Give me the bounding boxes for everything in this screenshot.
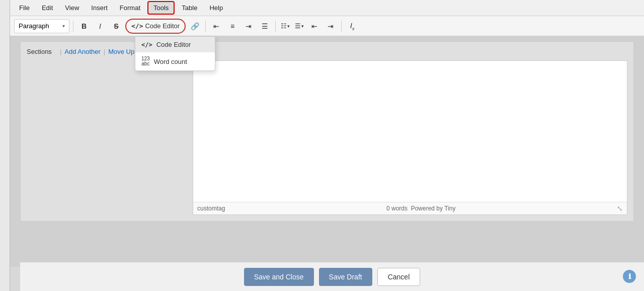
menu-table[interactable]: Table <box>177 2 202 14</box>
move-up-link[interactable]: Move Up <box>108 48 134 55</box>
editor-footer: customtag 0 words Powered by Tiny ⤡ <box>193 202 627 214</box>
toolbar-separator-4 <box>341 21 342 32</box>
unordered-list-button[interactable]: ☰ ▾ <box>293 19 305 33</box>
section-row: Section × customtag 0 words Powered by T… <box>27 60 627 215</box>
link-icon: 🔗 <box>191 22 199 30</box>
separator-2: | <box>104 48 105 55</box>
separator-1: | <box>60 48 61 55</box>
sections-label: Sections <box>27 48 57 55</box>
indent-button[interactable]: ⇥ <box>324 19 338 33</box>
code-editor-button[interactable]: </> Code Editor <box>125 19 186 34</box>
info-icon[interactable]: ℹ <box>623 270 636 283</box>
outdent-icon: ⇤ <box>311 22 317 30</box>
save-draft-button[interactable]: Save Draft <box>319 268 372 286</box>
indent-icon: ⇥ <box>328 22 334 30</box>
ordered-list-icon: ☷ <box>281 22 287 30</box>
toolbar: Paragraph ▾ B I S </> Code Editor 🔗 ⇤ ≡ <box>10 16 644 36</box>
align-left-icon: ⇤ <box>213 22 219 30</box>
word-count-menu-icon: 123 abc <box>141 56 150 66</box>
align-center-button[interactable]: ≡ <box>225 19 239 33</box>
add-another-link[interactable]: Add Another <box>64 48 101 55</box>
menu-tools[interactable]: Tools <box>147 1 175 15</box>
ordered-list-button[interactable]: ☷ ▾ <box>279 19 291 33</box>
toolbar-separator-1 <box>73 21 73 32</box>
save-close-button[interactable]: Save and Close <box>244 268 314 286</box>
word-count: 0 words <box>386 205 408 212</box>
menu-format[interactable]: Format <box>115 2 145 14</box>
menu-edit[interactable]: Edit <box>37 2 58 14</box>
content-area: Sections | Add Another | Move Up | Move … <box>10 36 644 267</box>
editor-stats: 0 words Powered by Tiny <box>386 205 455 212</box>
tools-dropdown-menu: </> Code Editor 123 abc Word count <box>135 36 215 71</box>
tools-word-count-label: Word count <box>154 58 187 65</box>
link-button[interactable]: 🔗 <box>188 19 202 33</box>
main-area: File Edit View Insert Format Tools Table… <box>10 0 644 291</box>
align-left-button[interactable]: ⇤ <box>209 19 223 33</box>
resize-handle-icon[interactable]: ⤡ <box>617 204 623 212</box>
menu-insert[interactable]: Insert <box>86 2 113 14</box>
clear-format-icon: Ix <box>350 21 355 31</box>
bottom-bar: Save and Close Save Draft Cancel ℹ <box>20 262 644 291</box>
code-icon: </> <box>131 22 143 30</box>
bold-button[interactable]: B <box>77 19 91 33</box>
clear-format-button[interactable]: Ix <box>345 19 359 33</box>
editor-body[interactable] <box>193 61 627 202</box>
toolbar-separator-3 <box>275 21 276 32</box>
justify-icon: ☰ <box>262 22 268 30</box>
sections-bar: Sections | Add Another | Move Up | Move … <box>27 48 627 55</box>
editor-container: Sections | Add Another | Move Up | Move … <box>20 41 634 222</box>
code-editor-menu-icon: </> <box>141 41 152 48</box>
tools-code-editor-item[interactable]: </> Code Editor <box>135 37 215 52</box>
left-sidebar <box>0 0 10 291</box>
menu-help[interactable]: Help <box>204 2 228 14</box>
powered-by: Powered by Tiny <box>411 205 456 212</box>
ordered-list-arrow: ▾ <box>287 24 290 29</box>
editor-tag: customtag <box>197 205 225 212</box>
strikethrough-button[interactable]: S <box>109 19 123 33</box>
tools-code-editor-label: Code Editor <box>156 41 191 48</box>
tools-word-count-item[interactable]: 123 abc Word count <box>135 52 215 70</box>
paragraph-label: Paragraph <box>19 22 49 30</box>
align-center-icon: ≡ <box>230 22 234 30</box>
toolbar-separator-2 <box>205 21 206 32</box>
cancel-button[interactable]: Cancel <box>377 268 421 286</box>
code-editor-label: Code Editor <box>145 22 180 30</box>
unordered-list-arrow: ▾ <box>301 24 304 29</box>
outdent-button[interactable]: ⇤ <box>307 19 321 33</box>
menu-view[interactable]: View <box>60 2 84 14</box>
paragraph-dropdown[interactable]: Paragraph ▾ <box>14 19 69 33</box>
tinymce-editor: customtag 0 words Powered by Tiny ⤡ <box>193 60 627 215</box>
justify-button[interactable]: ☰ <box>258 19 272 33</box>
unordered-list-icon: ☰ <box>295 22 301 30</box>
menu-bar: File Edit View Insert Format Tools Table… <box>10 0 644 16</box>
align-right-icon: ⇥ <box>246 22 252 30</box>
dropdown-arrow-icon: ▾ <box>62 23 65 29</box>
menu-file[interactable]: File <box>14 2 35 14</box>
align-right-button[interactable]: ⇥ <box>242 19 256 33</box>
italic-button[interactable]: I <box>93 19 107 33</box>
